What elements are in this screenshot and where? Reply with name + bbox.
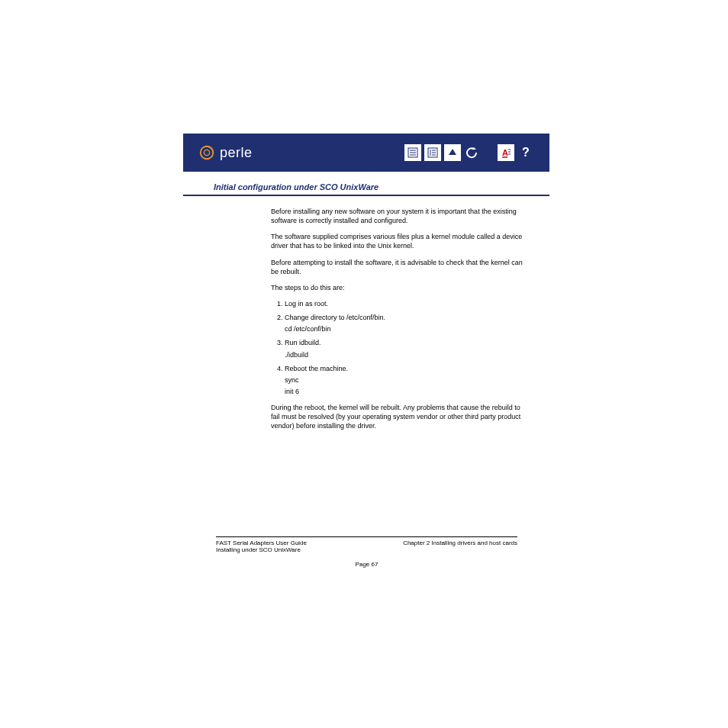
back-icon[interactable] bbox=[464, 144, 481, 161]
paragraph: The steps to do this are: bbox=[271, 283, 527, 292]
command-text: sync bbox=[285, 375, 527, 385]
command-text: ./idbuild bbox=[285, 350, 527, 359]
paragraph: During the reboot, the kernel will be re… bbox=[271, 403, 527, 430]
svg-point-1 bbox=[204, 150, 209, 155]
svg-marker-11 bbox=[449, 149, 456, 155]
toc-icon[interactable] bbox=[404, 144, 421, 161]
list-item: Reboot the machine. sync init 6 bbox=[285, 364, 527, 396]
help-icon[interactable]: ? bbox=[517, 144, 534, 161]
list-item: Change directory to /etc/conf/bin. cd /e… bbox=[285, 313, 527, 333]
section-title: Initial configuration under SCO UnixWare bbox=[183, 172, 549, 196]
step-list: Log in as root. Change directory to /etc… bbox=[271, 299, 527, 396]
list-item: Log in as root. bbox=[285, 299, 527, 308]
brand-logo: perle bbox=[198, 144, 253, 161]
paragraph: Before attempting to install the softwar… bbox=[271, 258, 527, 276]
index-icon[interactable] bbox=[424, 144, 441, 161]
nav-toolbar: A ? bbox=[404, 144, 534, 161]
body-content: Before installing any new software on yo… bbox=[183, 207, 549, 431]
header-bar: perle A ? bbox=[183, 134, 549, 172]
footer-guide-title: FAST Serial Adapters User Guide bbox=[216, 540, 307, 546]
paragraph: Before installing any new software on yo… bbox=[271, 207, 527, 225]
footer-chapter: Chapter 2 Installing drivers and host ca… bbox=[403, 540, 517, 553]
perle-logo-icon bbox=[198, 144, 215, 161]
page-number: Page 67 bbox=[216, 561, 517, 568]
svg-text:A: A bbox=[502, 148, 508, 157]
brand-name: perle bbox=[220, 145, 253, 161]
command-text: init 6 bbox=[285, 387, 527, 396]
page-footer: FAST Serial Adapters User Guide Installi… bbox=[216, 536, 517, 568]
paragraph: The software supplied comprises various … bbox=[271, 232, 527, 250]
command-text: cd /etc/conf/bin bbox=[285, 324, 527, 333]
footer-section-name: Installing under SCO UnixWare bbox=[216, 546, 307, 553]
list-item: Run idbuild. ./idbuild bbox=[285, 338, 527, 359]
font-icon[interactable]: A bbox=[498, 144, 514, 161]
up-icon[interactable] bbox=[444, 144, 461, 161]
